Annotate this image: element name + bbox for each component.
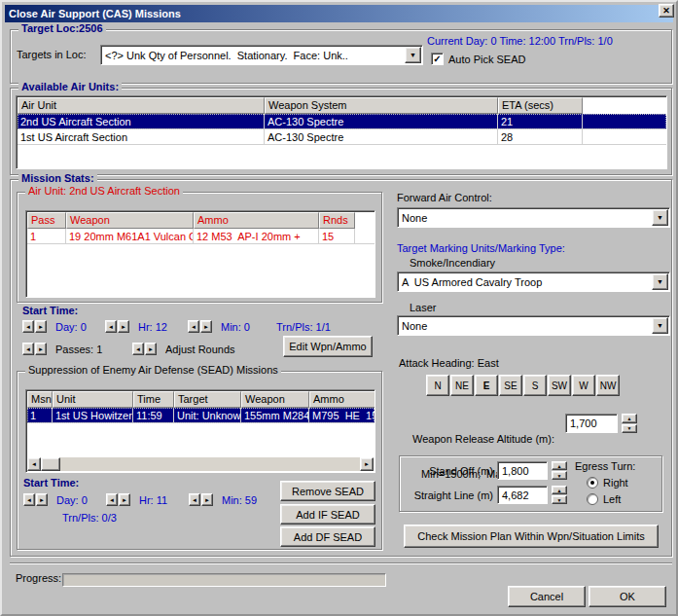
heading-s-button[interactable]: S	[523, 375, 547, 396]
heading-e-button[interactable]: E	[475, 375, 498, 396]
col-time[interactable]: Time	[133, 391, 174, 408]
heading-nw-button[interactable]: NW	[596, 375, 620, 396]
forward-air-control-label: Forward Air Control:	[397, 192, 492, 203]
spin-up-button[interactable]: ▲	[622, 414, 637, 423]
air-unit-row[interactable]: 1st US Aircraft Section AC-130 Spectre 2…	[18, 129, 666, 145]
day-spinner[interactable]: ◄►	[22, 320, 47, 333]
close-button[interactable]: ✕	[659, 4, 674, 18]
auto-pick-sead-checkbox-row[interactable]: ✓ Auto Pick SEAD	[431, 53, 525, 65]
cancel-button[interactable]: Cancel	[508, 586, 586, 607]
scroll-right-button[interactable]: ►	[360, 457, 374, 471]
col-msn[interactable]: Msn	[27, 391, 53, 408]
heading-ne-button[interactable]: NE	[450, 375, 474, 396]
radio-checked-icon[interactable]	[587, 477, 598, 489]
hour-spinner[interactable]: ◄►	[105, 320, 129, 333]
spin-down-button[interactable]: ▼	[552, 471, 567, 480]
ok-button[interactable]: OK	[589, 586, 666, 607]
spin-left-button[interactable]: ◄	[105, 320, 117, 333]
egress-right-radio[interactable]: Right	[587, 477, 628, 489]
straight-line-spinner[interactable]: ▲▼	[552, 486, 567, 504]
col-eta[interactable]: ETA (secs)	[498, 97, 583, 114]
standoff-box: Stand Off (m) 1,800 ▲▼ Straight Line (m)…	[399, 455, 662, 512]
laser-dropdown[interactable]: None ▼	[397, 315, 670, 336]
available-air-units-group: Available Air Units: Air Unit Weapon Sys…	[10, 88, 672, 175]
passes-spinner[interactable]: ◄►	[22, 343, 47, 355]
spin-up-button[interactable]: ▲	[552, 461, 567, 470]
cell-msn: 1	[27, 408, 53, 422]
chevron-down-icon: ▼	[657, 278, 663, 285]
sead-row-selected[interactable]: 1 1st US Howitzer 11:59 Unit: Unknown 15…	[27, 408, 375, 423]
spin-right-button[interactable]: ►	[118, 320, 129, 333]
col-unit[interactable]: Unit	[53, 391, 133, 408]
col-air-unit[interactable]: Air Unit	[18, 97, 265, 114]
wra-spinner[interactable]: ▲▼	[622, 414, 637, 433]
add-if-sead-button[interactable]: Add IF SEAD	[280, 504, 375, 525]
stand-off-spinner[interactable]: ▲▼	[552, 461, 567, 480]
cas-passes-row: ◄► Passes: 1 ◄► Adjust Rounds	[22, 342, 235, 356]
sead-hour-spinner[interactable]: ◄►	[106, 493, 130, 506]
check-mission-plan-button[interactable]: Check Mission Plan Within Wpn/Situation …	[404, 525, 659, 548]
col-pass[interactable]: Pass	[27, 212, 66, 229]
sead-group-label: Suppression of Enemy Air Defense (SEAD) …	[25, 364, 281, 377]
radio-unchecked-icon[interactable]	[587, 493, 598, 505]
spin-right-button[interactable]: ►	[119, 493, 130, 506]
spin-down-button[interactable]: ▼	[622, 424, 637, 434]
forward-air-control-dropdown[interactable]: None ▼	[397, 207, 670, 228]
col-sead-ammo[interactable]: Ammo	[309, 391, 375, 408]
spin-left-button[interactable]: ◄	[106, 493, 118, 506]
col-ammo[interactable]: Ammo	[194, 212, 319, 229]
stand-off-field[interactable]: 1,800	[497, 461, 548, 480]
spin-right-button[interactable]: ►	[35, 320, 47, 333]
smoke-incendiary-dropdown[interactable]: A US Armored Cavalry Troop ▼	[397, 272, 670, 292]
edit-wpn-ammo-button[interactable]: Edit Wpn/Ammo	[283, 336, 373, 357]
spin-left-button[interactable]: ◄	[189, 493, 200, 506]
spin-right-button[interactable]: ►	[201, 493, 213, 506]
scroll-left-button[interactable]: ◄	[27, 457, 41, 471]
sead-day-spinner[interactable]: ◄►	[23, 493, 48, 506]
window-title: Close Air Support (CAS) Missions	[9, 8, 181, 19]
col-sead-weapon[interactable]: Weapon	[241, 391, 309, 408]
spin-left-button[interactable]: ◄	[132, 343, 144, 355]
spin-left-button[interactable]: ◄	[23, 493, 35, 506]
remove-sead-button[interactable]: Remove SEAD	[280, 481, 375, 501]
spin-left-button[interactable]: ◄	[22, 343, 34, 355]
sead-table-hscrollbar[interactable]: ◄ ►	[27, 457, 374, 471]
dropdown-arrow-button[interactable]: ▼	[405, 47, 421, 63]
col-rnds[interactable]: Rnds	[319, 212, 355, 229]
heading-sw-button[interactable]: SW	[548, 375, 571, 396]
add-df-sead-button[interactable]: Add DF SEAD	[280, 526, 375, 547]
spin-up-button[interactable]: ▲	[552, 486, 567, 494]
passes-value: Passes: 1	[55, 344, 124, 355]
air-unit-row-selected[interactable]: 2nd US Aircraft Section AC-130 Spectre 2…	[18, 114, 666, 129]
spin-right-button[interactable]: ►	[36, 493, 48, 506]
dropdown-arrow-button[interactable]: ▼	[652, 209, 668, 226]
targets-in-loc-dropdown[interactable]: <?> Unk Qty of Personnel. Stationary. Fa…	[100, 45, 423, 65]
sead-minute-spinner[interactable]: ◄►	[189, 493, 213, 506]
spin-left-button[interactable]: ◄	[188, 320, 199, 333]
spin-right-button[interactable]: ►	[145, 343, 157, 355]
egress-left-radio[interactable]: Left	[587, 493, 621, 505]
heading-w-button[interactable]: W	[572, 375, 595, 396]
minute-spinner[interactable]: ◄►	[188, 320, 212, 333]
spin-left-button[interactable]: ◄	[22, 320, 34, 333]
weapon-release-altitude-field[interactable]: 1,700	[565, 414, 618, 433]
dropdown-arrow-button[interactable]: ▼	[652, 317, 668, 334]
sead-table-header: Msn Unit Time Target Weapon Ammo	[27, 391, 375, 408]
dropdown-arrow-button[interactable]: ▼	[652, 273, 668, 290]
scroll-thumb[interactable]	[41, 457, 60, 471]
targets-in-loc-value: <?> Unk Qty of Personnel. Stationary. Fa…	[105, 50, 348, 61]
adjust-rounds-spinner[interactable]: ◄►	[132, 343, 157, 355]
straight-line-field[interactable]: 4,682	[497, 486, 548, 504]
heading-n-button[interactable]: N	[426, 375, 449, 396]
heading-se-button[interactable]: SE	[499, 375, 522, 396]
spin-right-button[interactable]: ►	[200, 320, 212, 333]
col-weapon-system[interactable]: Weapon System	[265, 97, 498, 114]
checkbox-checked-icon[interactable]: ✓	[431, 53, 444, 65]
weapon-pass-row[interactable]: 1 19 20mm M61A1 Vulcan C 12 M53 AP-I 20m…	[27, 229, 375, 244]
scroll-track[interactable]	[60, 457, 360, 471]
spin-right-button[interactable]: ►	[35, 343, 47, 355]
title-bar[interactable]: Close Air Support (CAS) Missions	[5, 5, 673, 22]
col-weapon[interactable]: Weapon	[66, 212, 194, 229]
spin-down-button[interactable]: ▼	[552, 495, 567, 504]
col-target[interactable]: Target	[174, 391, 241, 408]
